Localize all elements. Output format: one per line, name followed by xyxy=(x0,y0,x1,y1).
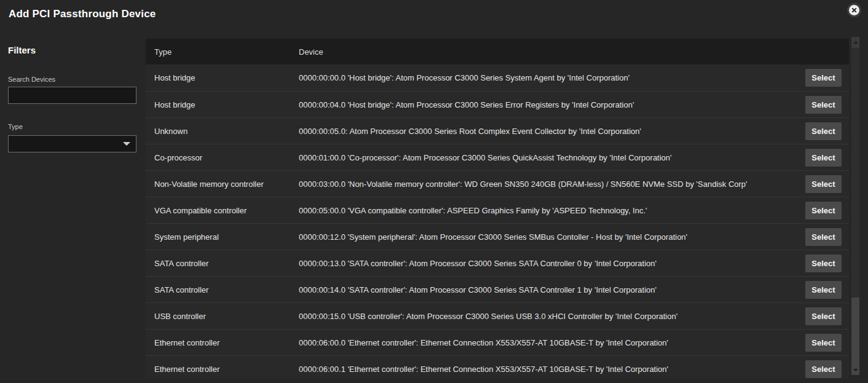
row-device: 0000:06:00.1 'Ethernet controller': Ethe… xyxy=(299,365,805,374)
scrollbar-up-button[interactable] xyxy=(851,37,859,48)
table-header-row: Type Device xyxy=(146,39,849,65)
select-button[interactable]: Select xyxy=(805,307,842,325)
row-type: USB controller xyxy=(146,312,299,321)
row-device: 0000:00:05.0: Atom Processor C3000 Serie… xyxy=(299,127,805,136)
select-button[interactable]: Select xyxy=(805,228,842,246)
row-device: 0000:00:15.0 'USB controller': Atom Proc… xyxy=(299,312,805,321)
type-filter-label: Type xyxy=(8,123,136,130)
row-type: Non-Volatile memory controller xyxy=(146,180,299,189)
table-row: SATA controller 0000:00:13.0 'SATA contr… xyxy=(146,250,849,276)
table-row: Ethernet controller 0000:06:00.1 'Ethern… xyxy=(146,355,849,379)
select-button[interactable]: Select xyxy=(805,334,842,352)
table-row: System peripheral 0000:00:12.0 'System p… xyxy=(146,223,849,250)
row-device: 0000:05:00.0 'VGA compatible controller'… xyxy=(299,206,805,215)
row-type: Host bridge xyxy=(146,100,299,109)
scrollbar-thumb[interactable] xyxy=(851,298,859,365)
row-type: SATA controller xyxy=(146,259,299,268)
search-devices-input[interactable] xyxy=(8,87,136,104)
row-type: System peripheral xyxy=(146,232,299,242)
table-row: Non-Volatile memory controller 0000:03:0… xyxy=(146,170,849,197)
dialog-title: Add PCI Passthrough Device xyxy=(9,8,156,20)
table-row: Ethernet controller 0000:06:00.0 'Ethern… xyxy=(146,329,849,355)
select-button[interactable]: Select xyxy=(805,149,842,167)
row-device: 0000:03:00.0 'Non-Volatile memory contro… xyxy=(299,180,805,189)
select-button[interactable]: Select xyxy=(805,281,842,299)
scrollbar-down-button[interactable] xyxy=(851,365,859,375)
select-button[interactable]: Select xyxy=(805,202,842,219)
close-button[interactable]: ✕ xyxy=(847,3,861,17)
row-device: 0000:00:14.0 'SATA controller': Atom Pro… xyxy=(299,285,805,294)
select-button[interactable]: Select xyxy=(805,69,842,87)
scrollbar-track[interactable] xyxy=(851,48,859,365)
column-header-type: Type xyxy=(146,47,299,57)
close-icon: ✕ xyxy=(851,7,857,14)
chevron-down-icon xyxy=(123,142,130,146)
arrow-down-icon xyxy=(853,369,858,371)
row-type: VGA compatible controller xyxy=(146,206,299,215)
arrow-up-icon xyxy=(853,41,858,44)
row-type: Co-processor xyxy=(146,153,299,162)
filters-heading: Filters xyxy=(8,45,136,55)
table-scrollbar[interactable] xyxy=(851,37,859,375)
row-type: Host bridge xyxy=(146,73,299,82)
row-device: 0000:00:12.0 'System peripheral': Atom P… xyxy=(299,232,805,242)
row-device: 0000:01:00.0 'Co-processor': Atom Proces… xyxy=(299,153,805,162)
table-row: USB controller 0000:00:15.0 'USB control… xyxy=(146,302,849,329)
device-table: Type Device Host bridge 0000:00:00.0 'Ho… xyxy=(146,39,849,379)
select-button[interactable]: Select xyxy=(805,255,842,272)
search-devices-label: Search Devices xyxy=(8,76,136,83)
select-button[interactable]: Select xyxy=(805,360,842,378)
select-button[interactable]: Select xyxy=(805,122,842,140)
filters-sidebar: Filters Search Devices Type xyxy=(8,45,136,152)
row-device: 0000:00:04.0 'Host bridge': Atom Process… xyxy=(299,100,805,109)
row-type: Ethernet controller xyxy=(146,338,299,347)
row-device: 0000:00:00.0 'Host bridge': Atom Process… xyxy=(299,73,805,82)
select-button[interactable]: Select xyxy=(805,96,842,114)
device-table-body: Host bridge 0000:00:00.0 'Host bridge': … xyxy=(146,65,849,379)
table-row: SATA controller 0000:00:14.0 'SATA contr… xyxy=(146,276,849,302)
table-row: Unknown 0000:00:05.0: Atom Processor C30… xyxy=(146,117,849,144)
column-header-device: Device xyxy=(299,47,849,57)
select-button[interactable]: Select xyxy=(805,175,842,193)
table-row: Co-processor 0000:01:00.0 'Co-processor'… xyxy=(146,144,849,170)
row-device: 0000:00:13.0 'SATA controller': Atom Pro… xyxy=(299,259,805,268)
row-type: SATA controller xyxy=(146,285,299,294)
row-type: Unknown xyxy=(146,127,299,136)
table-row: Host bridge 0000:00:00.0 'Host bridge': … xyxy=(146,65,849,91)
table-row: Host bridge 0000:00:04.0 'Host bridge': … xyxy=(146,91,849,117)
row-type: Ethernet controller xyxy=(146,365,299,374)
type-filter-select[interactable] xyxy=(8,135,136,152)
table-row: VGA compatible controller 0000:05:00.0 '… xyxy=(146,197,849,223)
row-device: 0000:06:00.0 'Ethernet controller': Ethe… xyxy=(299,338,805,347)
